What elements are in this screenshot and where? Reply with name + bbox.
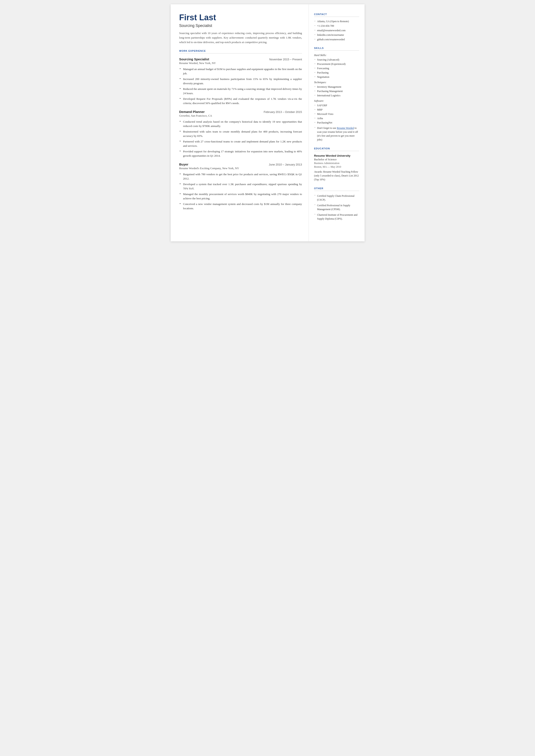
contact-email: email@resumeworded.com [314, 29, 359, 32]
job-dates-1: November 2015 – Present [269, 58, 302, 61]
other-item: Certified Professional in Supply Managem… [314, 204, 359, 211]
edu-degree: Bachelor of Science [314, 158, 359, 161]
skill-item: MRP [314, 108, 359, 111]
contact-label: CONTACT [314, 13, 359, 17]
software-list: SAP ERP MRP Microsoft Visio Ariba Purcha… [314, 104, 359, 124]
skill-item: Microsoft Visio [314, 113, 359, 116]
job-dates-3: June 2010 – January 2013 [269, 163, 302, 166]
job-header-1: Sourcing Specialist November 2015 – Pres… [179, 57, 302, 61]
skill-item: Sourcing (Advanced) [314, 58, 359, 61]
education-section: EDUCATION Resume Worded University Bache… [314, 147, 359, 182]
job-block-1: Sourcing Specialist November 2015 – Pres… [179, 57, 302, 105]
techniques-list: Inventory Management Purchasing Manageme… [314, 85, 359, 97]
edu-field: Business Administration [314, 162, 359, 165]
bullet: Partnered with 27 cross-functional teams… [179, 139, 302, 148]
education-label: EDUCATION [314, 147, 359, 151]
job-header-2: Demand Planner February 2013 – October 2… [179, 110, 302, 114]
job-bullets-2: Conducted trend analysis based on the co… [179, 120, 302, 158]
contact-linkedin: linkedin.com/in/username [314, 33, 359, 37]
resume-page: First Last Sourcing Specialist Sourcing … [171, 4, 365, 241]
skill-item: PurchasingNet [314, 121, 359, 124]
work-experience-label: WORK EXPERIENCE [179, 49, 302, 53]
right-column: CONTACT Atlanta, GA (Open to Remote) +1-… [309, 4, 365, 241]
bullet: Conceived a new vendor management system… [179, 202, 302, 210]
job-company-2: Growthsi, San Francisco, CA [179, 114, 302, 118]
bullet: Reduced the amount spent on materials by… [179, 87, 302, 95]
contact-list: Atlanta, GA (Open to Remote) +1-234-456-… [314, 20, 359, 41]
contact-github: github.com/resumeworded [314, 38, 359, 41]
edu-awards: Awards: Resume Worded Teaching Fellow (o… [314, 170, 359, 182]
job-block-3: Buyer June 2010 – January 2013 Resume Wo… [179, 162, 302, 210]
skill-item: Forecasting [314, 67, 359, 70]
hard-skills-label: Hard Skills: [314, 54, 359, 57]
contact-location: Atlanta, GA (Open to Remote) [314, 20, 359, 23]
resume-worded-note: Don't forget to use Resume Worded to sca… [314, 126, 359, 142]
techniques-label: Techniques: [314, 81, 359, 84]
other-item: Certified Supply Chain Professional (CSC… [314, 194, 359, 202]
contact-section: CONTACT Atlanta, GA (Open to Remote) +1-… [314, 13, 359, 41]
job-bullets-3: Bargained with 780 vendors to get the be… [179, 172, 302, 210]
bullet: Developed Request For Proposals (RFPs) a… [179, 97, 302, 105]
software-label: Software: [314, 99, 359, 102]
job-dates-2: February 2013 – October 2015 [264, 110, 302, 114]
candidate-title: Sourcing Specialist [179, 23, 302, 28]
candidate-name: First Last [179, 13, 302, 22]
bullet: Managed an annual budget of $1M to purch… [179, 67, 302, 75]
skills-label: SKILLS [314, 47, 359, 51]
hard-skills-list: Sourcing (Advanced) Procurement (Experie… [314, 58, 359, 79]
bullet: Managed the monthly procurement of servi… [179, 192, 302, 200]
job-title-2: Demand Planner [179, 110, 205, 114]
skill-item: International Logistics [314, 94, 359, 97]
job-title-3: Buyer [179, 162, 188, 166]
bullet: Brainstormed with sales team to create m… [179, 129, 302, 138]
summary-text: Sourcing specialist with 10 years of exp… [179, 31, 302, 44]
skill-item: SAP ERP [314, 104, 359, 107]
other-item: Chartered Institute of Procurement and S… [314, 213, 359, 221]
skill-item: Purchasing Management [314, 90, 359, 93]
job-block-2: Demand Planner February 2013 – October 2… [179, 110, 302, 158]
left-column: First Last Sourcing Specialist Sourcing … [171, 4, 309, 241]
other-section: OTHER Certified Supply Chain Professiona… [314, 187, 359, 221]
job-header-3: Buyer June 2010 – January 2013 [179, 162, 302, 166]
other-list: Certified Supply Chain Professional (CSC… [314, 194, 359, 221]
other-label: OTHER [314, 187, 359, 191]
bullet: Developed a system that tracked over 1.3… [179, 182, 302, 190]
resume-worded-link[interactable]: Resume Worded [337, 126, 354, 129]
skill-item: Procurement (Experienced) [314, 63, 359, 66]
skills-section: SKILLS Hard Skills: Sourcing (Advanced) … [314, 47, 359, 142]
contact-phone: +1-234-456-789 [314, 24, 359, 28]
edu-location-date: Boston, MA — May 2010 [314, 165, 359, 169]
job-title-1: Sourcing Specialist [179, 57, 209, 61]
skill-item: Inventory Management [314, 85, 359, 89]
bullet: Increased 200 minority-owned business pa… [179, 77, 302, 85]
skill-item: Purchasing [314, 71, 359, 74]
job-company-3: Resume Worded's Exciting Company, New Yo… [179, 167, 302, 170]
bullet: Conducted trend analysis based on the co… [179, 120, 302, 128]
job-bullets-1: Managed an annual budget of $1M to purch… [179, 67, 302, 105]
skill-item: Negotiation [314, 75, 359, 79]
edu-school: Resume Worded University [314, 154, 359, 157]
bullet: Provided support for developing 17 strat… [179, 149, 302, 158]
skill-item: Ariba [314, 117, 359, 120]
bullet: Bargained with 780 vendors to get the be… [179, 172, 302, 181]
job-company-1: Resume Worded, New York, NY [179, 61, 302, 65]
note-pre: Don't forget to use [317, 126, 337, 129]
